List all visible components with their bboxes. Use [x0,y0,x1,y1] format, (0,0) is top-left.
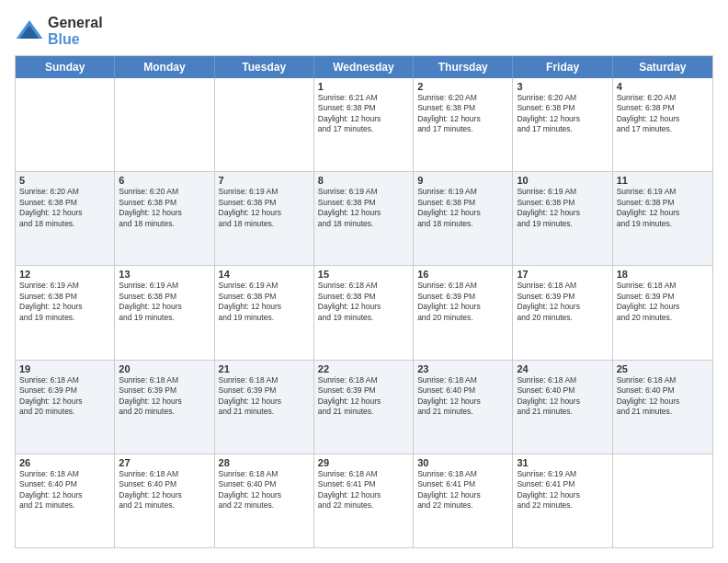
day-number: 18 [617,269,709,280]
day-number: 4 [617,81,709,92]
day-info: Sunrise: 6:18 AMSunset: 6:39 PMDaylight:… [517,281,608,323]
day-info: Sunrise: 6:20 AMSunset: 6:38 PMDaylight:… [119,187,210,229]
day-info: Sunrise: 6:18 AMSunset: 6:41 PMDaylight:… [318,469,409,511]
calendar-row-1: 5Sunrise: 6:20 AMSunset: 6:38 PMDaylight… [16,171,712,265]
day-number: 22 [318,363,409,374]
day-number: 25 [617,363,709,374]
day-number: 26 [19,457,110,468]
day-number: 27 [119,457,210,468]
day-info: Sunrise: 6:18 AMSunset: 6:40 PMDaylight:… [417,375,508,418]
day-number: 13 [119,269,210,280]
day-cell-31: 31Sunrise: 6:19 AMSunset: 6:41 PMDayligh… [513,454,612,547]
day-cell-9: 9Sunrise: 6:19 AMSunset: 6:38 PMDaylight… [414,172,513,265]
day-info: Sunrise: 6:18 AMSunset: 6:39 PMDaylight:… [119,375,210,418]
header-day-thursday: Thursday [414,56,513,78]
day-info: Sunrise: 6:18 AMSunset: 6:40 PMDaylight:… [119,469,210,511]
calendar-row-2: 12Sunrise: 6:19 AMSunset: 6:38 PMDayligh… [16,265,712,359]
day-cell-17: 17Sunrise: 6:18 AMSunset: 6:39 PMDayligh… [513,266,612,359]
day-info: Sunrise: 6:18 AMSunset: 6:39 PMDaylight:… [617,281,709,323]
day-cell-12: 12Sunrise: 6:19 AMSunset: 6:38 PMDayligh… [16,266,115,359]
empty-cell [613,454,712,547]
logo: General Blue [15,15,103,48]
logo-icon [15,17,44,46]
day-cell-20: 20Sunrise: 6:18 AMSunset: 6:39 PMDayligh… [115,361,214,454]
day-cell-1: 1Sunrise: 6:21 AMSunset: 6:38 PMDaylight… [314,78,414,171]
header-day-monday: Monday [115,56,214,78]
empty-cell [215,78,314,171]
day-cell-21: 21Sunrise: 6:18 AMSunset: 6:39 PMDayligh… [215,361,314,454]
calendar-body: 1Sunrise: 6:21 AMSunset: 6:38 PMDaylight… [16,78,712,547]
day-info: Sunrise: 6:19 AMSunset: 6:38 PMDaylight:… [119,281,210,323]
header-day-sunday: Sunday [16,56,115,78]
day-info: Sunrise: 6:18 AMSunset: 6:40 PMDaylight:… [517,375,608,418]
day-cell-24: 24Sunrise: 6:18 AMSunset: 6:40 PMDayligh… [513,361,612,454]
day-number: 7 [219,175,310,186]
day-cell-13: 13Sunrise: 6:19 AMSunset: 6:38 PMDayligh… [115,266,214,359]
day-number: 30 [417,457,508,468]
day-info: Sunrise: 6:19 AMSunset: 6:41 PMDaylight:… [517,469,608,511]
day-number: 10 [517,175,608,186]
day-info: Sunrise: 6:19 AMSunset: 6:38 PMDaylight:… [417,187,508,229]
calendar: SundayMondayTuesdayWednesdayThursdayFrid… [15,55,713,548]
day-number: 20 [119,363,210,374]
day-info: Sunrise: 6:18 AMSunset: 6:40 PMDaylight:… [219,469,310,511]
header-day-friday: Friday [513,56,612,78]
day-cell-6: 6Sunrise: 6:20 AMSunset: 6:38 PMDaylight… [115,172,214,265]
empty-cell [16,78,115,171]
day-number: 1 [318,81,409,92]
header: General Blue [15,15,713,48]
day-info: Sunrise: 6:20 AMSunset: 6:38 PMDaylight:… [617,93,709,135]
day-info: Sunrise: 6:20 AMSunset: 6:38 PMDaylight:… [19,187,110,229]
day-info: Sunrise: 6:18 AMSunset: 6:39 PMDaylight:… [219,375,310,418]
day-info: Sunrise: 6:18 AMSunset: 6:40 PMDaylight:… [617,375,709,418]
day-cell-7: 7Sunrise: 6:19 AMSunset: 6:38 PMDaylight… [215,172,314,265]
day-info: Sunrise: 6:19 AMSunset: 6:38 PMDaylight:… [219,187,310,229]
day-info: Sunrise: 6:19 AMSunset: 6:38 PMDaylight:… [318,187,409,229]
day-cell-30: 30Sunrise: 6:18 AMSunset: 6:41 PMDayligh… [414,454,513,547]
empty-cell [115,78,214,171]
day-cell-25: 25Sunrise: 6:18 AMSunset: 6:40 PMDayligh… [613,361,712,454]
day-cell-15: 15Sunrise: 6:18 AMSunset: 6:38 PMDayligh… [314,266,414,359]
day-info: Sunrise: 6:19 AMSunset: 6:38 PMDaylight:… [19,281,110,323]
calendar-header: SundayMondayTuesdayWednesdayThursdayFrid… [16,56,712,78]
day-number: 31 [517,457,608,468]
day-info: Sunrise: 6:18 AMSunset: 6:41 PMDaylight:… [417,469,508,511]
day-cell-3: 3Sunrise: 6:20 AMSunset: 6:38 PMDaylight… [513,78,612,171]
day-cell-10: 10Sunrise: 6:19 AMSunset: 6:38 PMDayligh… [513,172,612,265]
day-cell-27: 27Sunrise: 6:18 AMSunset: 6:40 PMDayligh… [115,454,214,547]
day-cell-2: 2Sunrise: 6:20 AMSunset: 6:38 PMDaylight… [414,78,513,171]
day-cell-8: 8Sunrise: 6:19 AMSunset: 6:38 PMDaylight… [314,172,414,265]
day-number: 16 [417,269,508,280]
header-day-tuesday: Tuesday [215,56,314,78]
day-number: 17 [517,269,608,280]
day-number: 12 [19,269,110,280]
day-cell-11: 11Sunrise: 6:19 AMSunset: 6:38 PMDayligh… [613,172,712,265]
day-cell-22: 22Sunrise: 6:18 AMSunset: 6:39 PMDayligh… [314,361,414,454]
day-number: 9 [417,175,508,186]
day-info: Sunrise: 6:18 AMSunset: 6:38 PMDaylight:… [318,281,409,323]
day-cell-28: 28Sunrise: 6:18 AMSunset: 6:40 PMDayligh… [215,454,314,547]
day-info: Sunrise: 6:18 AMSunset: 6:39 PMDaylight:… [318,375,409,418]
day-number: 14 [219,269,310,280]
day-number: 28 [219,457,310,468]
day-cell-29: 29Sunrise: 6:18 AMSunset: 6:41 PMDayligh… [314,454,414,547]
day-info: Sunrise: 6:18 AMSunset: 6:39 PMDaylight:… [19,375,110,418]
day-info: Sunrise: 6:19 AMSunset: 6:38 PMDaylight:… [617,187,709,229]
day-number: 3 [517,81,608,92]
day-cell-14: 14Sunrise: 6:19 AMSunset: 6:38 PMDayligh… [215,266,314,359]
day-info: Sunrise: 6:19 AMSunset: 6:38 PMDaylight:… [219,281,310,323]
day-cell-19: 19Sunrise: 6:18 AMSunset: 6:39 PMDayligh… [16,361,115,454]
day-cell-18: 18Sunrise: 6:18 AMSunset: 6:39 PMDayligh… [613,266,712,359]
day-cell-4: 4Sunrise: 6:20 AMSunset: 6:38 PMDaylight… [613,78,712,171]
page: General Blue SundayMondayTuesdayWednesda… [0,0,728,563]
day-number: 21 [219,363,310,374]
day-info: Sunrise: 6:18 AMSunset: 6:40 PMDaylight:… [19,469,110,511]
day-info: Sunrise: 6:18 AMSunset: 6:39 PMDaylight:… [417,281,508,323]
day-number: 11 [617,175,709,186]
day-info: Sunrise: 6:21 AMSunset: 6:38 PMDaylight:… [318,93,409,135]
logo-text: General Blue [48,15,103,48]
day-number: 2 [417,81,508,92]
day-number: 29 [318,457,409,468]
day-number: 8 [318,175,409,186]
day-info: Sunrise: 6:19 AMSunset: 6:38 PMDaylight:… [517,187,608,229]
